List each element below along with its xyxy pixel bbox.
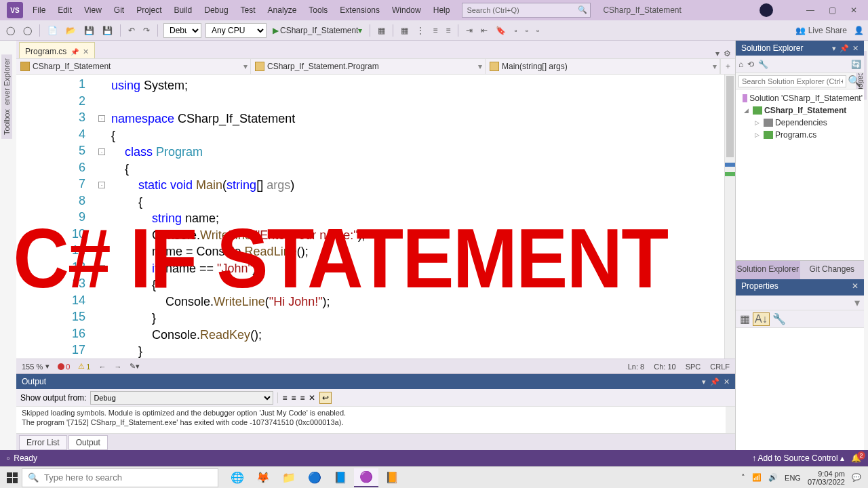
- quick-search[interactable]: Search (Ctrl+Q) 🔍: [462, 3, 591, 18]
- se-refresh-icon[interactable]: 🔄: [851, 60, 861, 69]
- indent-icon[interactable]: ⇥: [464, 24, 475, 37]
- se-dependencies-node[interactable]: ▷Dependencies: [737, 117, 863, 129]
- menu-file[interactable]: File: [27, 3, 51, 18]
- code-content[interactable]: using System; namespace CSharp_If_Statem…: [107, 75, 724, 359]
- taskbar-ppt-icon[interactable]: 📙: [380, 468, 404, 487]
- outdent-icon[interactable]: ⇤: [479, 24, 490, 37]
- taskbar-explorer-icon[interactable]: 📁: [277, 468, 301, 487]
- props-cat-icon[interactable]: ▦: [740, 312, 750, 325]
- nav-back-icon[interactable]: ◯: [4, 24, 17, 37]
- se-close-icon[interactable]: ✕: [852, 44, 859, 53]
- save-icon[interactable]: 💾: [82, 24, 96, 37]
- nav-project[interactable]: CSharp_If_Statement▾: [16, 59, 251, 74]
- props-wrench-icon[interactable]: 🔧: [772, 312, 786, 325]
- toolbox-tab[interactable]: Toolbox: [1, 105, 12, 139]
- new-item-icon[interactable]: 📄: [45, 24, 60, 37]
- menu-view[interactable]: View: [79, 3, 107, 18]
- doc-gear-icon[interactable]: ⚙: [724, 49, 731, 58]
- taskbar-edge-icon[interactable]: 🌐: [225, 468, 250, 487]
- menu-test[interactable]: Test: [235, 3, 261, 18]
- output-text[interactable]: Skipped loading symbols. Module is optim…: [16, 407, 735, 434]
- tool-icon-3[interactable]: ⋮: [414, 24, 427, 37]
- tab-output[interactable]: Output: [68, 435, 108, 450]
- nav-method[interactable]: Main(string[] args)▾: [486, 59, 720, 74]
- menu-project[interactable]: Project: [131, 3, 167, 18]
- taskbar-word-icon[interactable]: 📘: [328, 468, 353, 487]
- uncomment-icon[interactable]: ≡: [443, 24, 452, 37]
- menu-git[interactable]: Git: [108, 3, 130, 18]
- tray-chevron-icon[interactable]: ˄: [741, 473, 745, 482]
- se-search-icon[interactable]: 🔍: [848, 75, 861, 87]
- output-close-icon[interactable]: ✕: [724, 378, 730, 386]
- output-source-dropdown[interactable]: Debug: [90, 391, 273, 405]
- menu-build[interactable]: Build: [169, 3, 198, 18]
- tool-icon-5[interactable]: ▫: [524, 24, 530, 37]
- taskbar-vs-icon[interactable]: 🟣: [354, 468, 378, 487]
- doc-dropdown-icon[interactable]: ▾: [715, 49, 719, 58]
- menu-debug[interactable]: Debug: [199, 3, 233, 18]
- menu-analyze[interactable]: Analyze: [262, 3, 302, 18]
- menu-window[interactable]: Window: [387, 3, 427, 18]
- redo-icon[interactable]: ↷: [141, 24, 152, 37]
- config-dropdown[interactable]: Debug: [163, 23, 201, 38]
- user-avatar[interactable]: [760, 3, 773, 17]
- undo-icon[interactable]: ↶: [126, 24, 137, 37]
- tray-clock[interactable]: 9:04 pm07/03/2022: [808, 470, 845, 486]
- tool-icon-2[interactable]: ▦: [399, 24, 410, 37]
- tool-icon-4[interactable]: ▫: [512, 24, 519, 37]
- output-scrollbar[interactable]: [726, 407, 735, 433]
- error-count[interactable]: 0: [58, 363, 70, 371]
- se-file-node[interactable]: ▷Program.cs: [737, 129, 863, 141]
- open-icon[interactable]: 📂: [64, 24, 78, 37]
- code-editor[interactable]: 1234567891011121314151617 ---- using Sys…: [16, 75, 735, 359]
- tool-icon-6[interactable]: ▫: [534, 24, 541, 37]
- scrollbar-thumb[interactable]: [726, 76, 734, 157]
- warning-count[interactable]: ⚠1: [78, 362, 90, 371]
- menu-extensions[interactable]: Extensions: [334, 3, 385, 18]
- add-source-control[interactable]: ↑ Add to Source Control ▴: [752, 453, 844, 463]
- close-button[interactable]: ✕: [849, 5, 859, 15]
- nav-add-icon[interactable]: +: [720, 59, 735, 74]
- props-close-icon[interactable]: ✕: [852, 281, 859, 291]
- tab-git-changes[interactable]: Git Changes: [800, 261, 865, 279]
- taskbar-search[interactable]: 🔍Type here to search: [22, 468, 218, 487]
- taskbar-chrome-icon[interactable]: 🔵: [302, 468, 327, 487]
- nav-fwd-icon[interactable]: ◯: [21, 24, 34, 37]
- nav-next-icon[interactable]: →: [114, 363, 121, 371]
- tab-error-list[interactable]: Error List: [19, 435, 67, 450]
- se-tree[interactable]: Solution 'CSharp_If_Statement' ◢CSharp_I…: [736, 89, 864, 260]
- se-sync-icon[interactable]: ⟲: [747, 60, 754, 69]
- doc-tab-program[interactable]: Program.cs 📌 ✕: [19, 42, 95, 58]
- tray-network-icon[interactable]: 📶: [752, 473, 762, 482]
- output-tool-2[interactable]: ≡: [291, 393, 296, 403]
- se-dropdown-icon[interactable]: ▾: [832, 44, 836, 53]
- maximize-button[interactable]: ▢: [827, 5, 837, 15]
- output-pin-icon[interactable]: 📌: [710, 378, 719, 386]
- se-home-icon[interactable]: ⌂: [738, 60, 743, 69]
- live-share-button[interactable]: 👥 Live Share: [795, 26, 847, 35]
- bookmark-icon[interactable]: 🔖: [494, 24, 508, 37]
- indent-mode[interactable]: SPC: [686, 363, 701, 371]
- output-tool-3[interactable]: ≡: [300, 393, 304, 403]
- editor-scrollbar[interactable]: [724, 75, 735, 359]
- output-tool-1[interactable]: ≡: [282, 393, 287, 403]
- comment-icon[interactable]: ≡: [431, 24, 439, 37]
- se-pin-icon[interactable]: 📌: [840, 44, 849, 53]
- zoom-level[interactable]: 155 % ▾: [22, 362, 50, 371]
- output-wrap-icon[interactable]: ↩: [319, 392, 332, 404]
- close-tab-icon[interactable]: ✕: [83, 47, 89, 56]
- props-selector[interactable]: ▾: [736, 296, 864, 310]
- menu-tools[interactable]: Tools: [303, 3, 333, 18]
- tray-volume-icon[interactable]: 🔊: [768, 473, 778, 482]
- taskbar-firefox-icon[interactable]: 🦊: [251, 468, 275, 487]
- output-dropdown-icon[interactable]: ▾: [702, 378, 706, 386]
- platform-dropdown[interactable]: Any CPU: [205, 23, 267, 38]
- menu-help[interactable]: Help: [428, 3, 456, 18]
- tray-lang[interactable]: ENG: [785, 474, 801, 482]
- save-all-icon[interactable]: 💾: [100, 24, 115, 37]
- nav-class[interactable]: CSharp_If_Statement.Program▾: [251, 59, 486, 74]
- line-ending[interactable]: CRLF: [710, 363, 730, 371]
- tray-notif-icon[interactable]: 💬: [852, 473, 861, 482]
- tool-icon-1[interactable]: ▦: [376, 24, 387, 37]
- se-search-input[interactable]: [738, 75, 846, 87]
